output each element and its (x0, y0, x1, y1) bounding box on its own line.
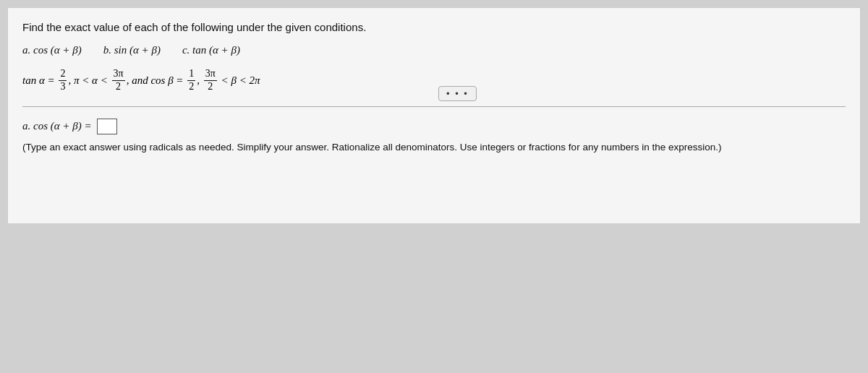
beta-range-separator: , (197, 74, 203, 87)
and-cos-beta-label: , and cos β = (127, 74, 187, 87)
beta-range-denominator: 2 (206, 81, 214, 93)
instruction-text: (Type an exact answer using radicals as … (22, 140, 846, 155)
alpha-range-numerator: 3π (112, 68, 125, 81)
alpha-range-fraction: 3π 2 (112, 68, 125, 93)
divider (22, 106, 846, 107)
alpha-range-text: , π < α < (68, 74, 110, 87)
tan-alpha-denominator: 3 (59, 81, 67, 93)
sub-question-a: a. cos (α + β) (22, 43, 82, 56)
cos-beta-denominator: 2 (187, 81, 195, 93)
beta-range-fraction: 3π 2 (204, 68, 217, 93)
sub-question-b: b. sin (α + β) (103, 43, 161, 56)
sub-question-c: c. tan (α + β) (182, 43, 240, 56)
problem-title: Find the exact value of each of the foll… (22, 21, 846, 33)
answer-a-label: a. cos (α + β) = (22, 120, 92, 132)
tan-alpha-fraction: 2 3 (59, 68, 67, 93)
beta-range-numerator: 3π (204, 68, 217, 81)
given-conditions-line: tan α = 2 3 , π < α < 3π 2 , and cos β =… (22, 68, 846, 93)
tan-alpha-numerator: 2 (59, 68, 67, 81)
answer-a-input[interactable] (97, 119, 117, 134)
alpha-range-denominator: 2 (114, 81, 122, 93)
tan-alpha-label: tan α = (22, 74, 57, 87)
cos-beta-numerator: 1 (187, 68, 195, 81)
main-card: Find the exact value of each of the foll… (7, 7, 861, 224)
more-button[interactable]: • • • (438, 86, 477, 101)
beta-range-end: < β < 2π (218, 74, 260, 87)
answer-row-a: a. cos (α + β) = (22, 119, 846, 134)
sub-questions: a. cos (α + β) b. sin (α + β) c. tan (α … (22, 43, 846, 56)
cos-beta-fraction: 1 2 (187, 68, 195, 93)
